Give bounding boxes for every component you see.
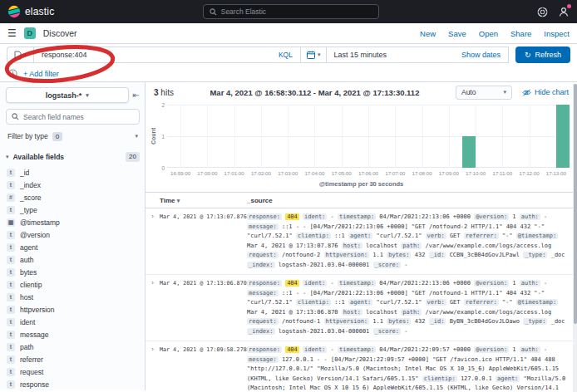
field-item-_score[interactable]: #_score — [6, 191, 140, 203]
row-time: Mar 4, 2021 @ 17:13:07.876 — [160, 213, 247, 220]
expand-caret-icon[interactable]: › — [145, 279, 160, 287]
clock-icon[interactable] — [8, 69, 17, 78]
show-dates-button[interactable]: Show dates — [461, 51, 508, 59]
source-value: 127.0.0.1 — [461, 375, 492, 382]
nav-action-save[interactable]: Save — [448, 29, 466, 38]
source-field-name: referrer: — [464, 299, 499, 306]
source-value: - — [544, 346, 547, 353]
query-input[interactable]: response:404 KQL — [33, 47, 301, 63]
hide-chart-button[interactable]: Hide chart — [522, 88, 569, 96]
source-value: 04/Mar/2021:22:09:57 +0000 — [379, 346, 471, 353]
filter-by-type[interactable]: Filter by type 0 ▾ — [6, 129, 140, 144]
field-item-httpversion[interactable]: thttpversion — [6, 303, 140, 316]
scrollbar-thumb[interactable] — [574, 84, 577, 324]
time-column-header[interactable]: Time ▾ — [160, 197, 247, 204]
menu-icon[interactable]: ☰ — [7, 28, 17, 38]
help-ring-icon[interactable] — [537, 7, 548, 17]
user-avatar[interactable] — [558, 6, 570, 17]
elastic-logo[interactable]: elastic — [7, 5, 54, 18]
collapse-sidebar-icon[interactable]: ⇤ — [133, 91, 140, 100]
calendar-icon — [307, 51, 315, 59]
field-search-input[interactable]: Search field names — [6, 109, 140, 125]
source-value: 1 — [512, 213, 515, 220]
source-value: CCBN_3cB04dGovJLPawl — [450, 252, 520, 258]
field-item-@timestamp[interactable]: ▦@timestamp — [6, 216, 140, 228]
source-value: localhost — [366, 309, 397, 316]
source-value: Mar 4, 2021 @ 17:13:07.876 — [247, 243, 338, 249]
string-field-icon: t — [7, 243, 15, 252]
nav-action-share[interactable]: Share — [510, 29, 531, 38]
field-item-@version[interactable]: t@version — [6, 228, 140, 241]
field-item-request[interactable]: trequest — [6, 365, 140, 378]
v-gridline — [180, 105, 181, 168]
interval-select[interactable]: Auto ▾ — [456, 86, 512, 100]
filter-bar: + Add filter — [0, 66, 577, 82]
documents-table: Time ▾ _source ›Mar 4, 2021 @ 17:13:07.8… — [145, 192, 577, 390]
y-axis-label: Count — [149, 105, 157, 168]
field-label: _id — [20, 169, 29, 177]
x-tick-label: 17:09:00 — [439, 170, 459, 176]
source-field-name: response: — [247, 280, 282, 287]
source-field-name: @version: — [474, 346, 509, 353]
x-tick-label: 17:01:00 — [224, 170, 244, 176]
source-field-name: auth: — [520, 346, 540, 353]
expand-caret-icon[interactable]: › — [145, 213, 160, 221]
source-field-name: auth: — [520, 280, 540, 287]
refresh-button[interactable]: ↻ Refresh — [515, 47, 570, 63]
field-label: referrer — [20, 355, 43, 364]
time-range-value[interactable]: Last 15 minutes — [327, 51, 461, 59]
expand-caret-icon[interactable]: › — [145, 345, 160, 354]
field-label: _score — [20, 194, 42, 202]
highlighted-value: 404 — [285, 213, 299, 220]
add-filter-button[interactable]: + Add filter — [23, 70, 59, 78]
date-quick-select-button[interactable]: ▾ — [301, 47, 328, 62]
eye-slash-icon — [522, 89, 531, 96]
hits-count: 3 hits — [154, 88, 174, 97]
page-scrollbar[interactable] — [573, 84, 577, 392]
field-item-auth[interactable]: tauth — [6, 253, 140, 266]
discover-app-badge[interactable]: D — [24, 27, 36, 39]
nav-action-open[interactable]: Open — [479, 29, 498, 38]
field-item-_id[interactable]: t_id — [6, 166, 140, 179]
field-item-response[interactable]: tresponse — [6, 378, 140, 390]
global-search-input[interactable]: Search Elastic — [203, 4, 379, 19]
nav-action-new[interactable]: New — [420, 29, 436, 38]
histogram-bar[interactable] — [556, 105, 570, 168]
v-gridline — [207, 105, 208, 168]
histogram-bar[interactable] — [462, 136, 476, 168]
source-field-name: agent: — [348, 233, 372, 239]
saved-query-menu-button[interactable]: ▾ — [7, 47, 33, 63]
table-row: ›Mar 4, 2021 @ 17:13:07.876response: 404… — [145, 208, 577, 275]
source-field-name: clientip: — [296, 233, 331, 239]
v-gridline — [476, 105, 476, 168]
x-tick-label: 17:08:00 — [412, 170, 432, 176]
query-language-button[interactable]: KQL — [272, 51, 293, 59]
field-item-agent[interactable]: tagent — [6, 241, 140, 253]
string-field-icon: t — [7, 169, 15, 177]
field-item-referrer[interactable]: treferrer — [6, 353, 140, 365]
fields-list: t_idt_index#_scoret_type▦@timestampt@ver… — [6, 166, 140, 390]
field-item-message[interactable]: tmessage — [6, 328, 140, 341]
field-item-host[interactable]: thost — [6, 291, 140, 303]
field-item-_index[interactable]: t_index — [6, 179, 140, 191]
source-value: Mar 4, 2021 @ 17:13:06.870 — [247, 309, 338, 316]
string-field-icon: t — [7, 355, 15, 364]
histogram-chart[interactable]: Count 012 16:59:0017:00:0017:01:0017:02:… — [149, 105, 570, 168]
source-field-name: _id: — [429, 318, 446, 325]
field-item-path[interactable]: tpath — [6, 341, 140, 353]
field-item-bytes[interactable]: tbytes — [6, 266, 140, 278]
field-item-_type[interactable]: t_type — [6, 203, 140, 216]
available-fields-header[interactable]: ▾ Available fields 20 — [6, 152, 140, 162]
field-item-clientip[interactable]: tclientip — [6, 278, 140, 291]
field-item-ident[interactable]: tident — [6, 316, 140, 328]
index-pattern-select[interactable]: logstash-* ▾ — [6, 87, 129, 103]
page-title: Discover — [43, 28, 77, 38]
source-field-name: clientip: — [296, 299, 331, 306]
field-label: @timestamp — [20, 218, 60, 227]
nav-action-inspect[interactable]: Inspect — [544, 29, 570, 38]
table-body: ›Mar 4, 2021 @ 17:13:07.876response: 404… — [145, 208, 577, 390]
source-value: 1.1 — [372, 252, 383, 258]
source-field-name: httpversion: — [324, 318, 370, 325]
string-field-icon: t — [7, 293, 15, 301]
field-label: host — [20, 293, 33, 301]
